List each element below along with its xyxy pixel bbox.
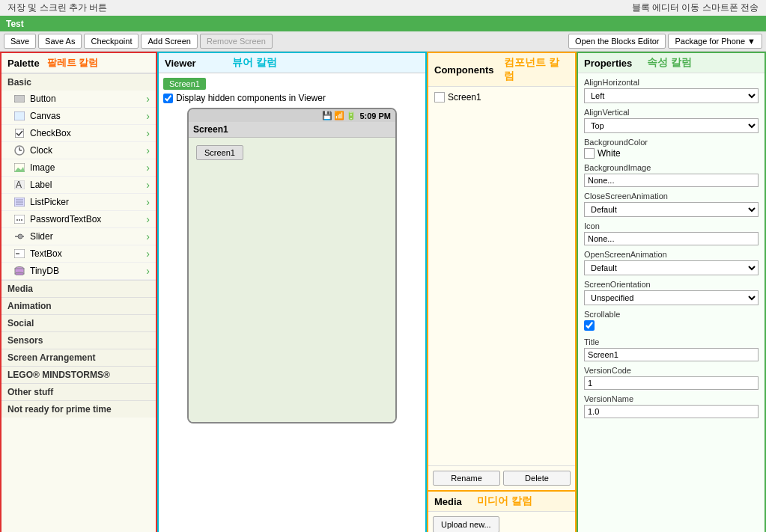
palette-item-arrow-listpicker: › [146, 196, 150, 208]
checkpoint-button[interactable]: Checkpoint [84, 34, 139, 49]
prop-version-name-input[interactable] [584, 405, 759, 418]
display-hidden-label: Display hidden components in Viewer [176, 93, 326, 103]
prop-align-vertical: AlignVertical Top Center Bottom [584, 108, 759, 133]
palette-category-other[interactable]: Other stuff [1, 383, 156, 400]
prop-background-color-value: White [598, 148, 621, 159]
palette-item-arrow-canvas: › [146, 110, 150, 122]
palette-item-passwordtextbox[interactable]: PasswordTextBox › [1, 211, 156, 228]
palette-item-label-checkbox: CheckBox [30, 128, 146, 138]
prop-open-screen-animation-select[interactable]: Default [584, 260, 759, 275]
prop-open-screen-animation: OpenScreenAnimation Default [584, 250, 759, 275]
prop-background-image-input[interactable] [584, 174, 759, 187]
palette-item-listpicker[interactable]: ListPicker › [1, 194, 156, 211]
app-title: Test [6, 19, 24, 29]
prop-close-screen-animation-select[interactable]: Default [584, 202, 759, 217]
prop-align-horizontal-select[interactable]: Left Center Right [584, 88, 759, 103]
tinydb-icon [13, 265, 25, 277]
palette-category-lego[interactable]: LEGO® MINDSTORMS® [1, 366, 156, 383]
svg-rect-0 [14, 95, 25, 103]
components-section-label: 컴포넌트 칼럼 [504, 56, 569, 83]
prop-background-image-label: BackgroundImage [584, 163, 759, 172]
palette-item-label-canvas: Canvas [30, 111, 146, 121]
prop-version-code-input[interactable] [584, 376, 759, 390]
palette-item-slider[interactable]: Slider › [1, 228, 156, 245]
prop-align-horizontal: AlignHorizontal Left Center Right [584, 78, 759, 103]
add-screen-button[interactable]: Add Screen [141, 34, 197, 49]
palette-category-animation[interactable]: Animation [1, 297, 156, 314]
palette-title: Palette [7, 58, 40, 69]
palette-category-social[interactable]: Social [1, 314, 156, 331]
display-hidden-checkbox[interactable] [163, 94, 173, 103]
prop-version-name-label: VersionName [584, 394, 759, 403]
svg-point-16 [19, 219, 20, 221]
svg-point-17 [21, 219, 22, 221]
prop-version-name: VersionName [584, 394, 759, 418]
prop-title-input[interactable] [584, 348, 759, 361]
signal-icon: 📶 [334, 111, 344, 120]
passwordtextbox-icon [13, 213, 25, 225]
remove-screen-button[interactable]: Remove Screen [200, 34, 273, 49]
svg-point-24 [15, 272, 24, 275]
palette-item-label[interactable]: A Label › [1, 177, 156, 194]
palette-item-image[interactable]: Image › [1, 159, 156, 177]
palette-item-label-listpicker: ListPicker [30, 197, 146, 207]
listpicker-icon [13, 196, 25, 208]
palette-item-checkbox[interactable]: CheckBox › [1, 125, 156, 142]
palette-category-notready[interactable]: Not ready for prime time [1, 400, 156, 418]
phone-screen-title: Screen1 [189, 122, 395, 138]
annotation-left: 저장 및 스크린 추가 버튼 [7, 1, 107, 14]
component-item-screen1[interactable]: Screen1 [431, 90, 572, 105]
media-title: Media [434, 496, 462, 507]
battery-icon: 🔋 [346, 111, 356, 120]
media-section: Media 미디어 칼럼 Upload new... [427, 492, 577, 532]
media-header: Media 미디어 칼럼 [428, 492, 575, 512]
svg-rect-2 [15, 129, 24, 138]
prop-align-vertical-select[interactable]: Top Center Bottom [584, 118, 759, 133]
media-body: Upload new... [428, 512, 575, 532]
prop-icon-input[interactable] [584, 232, 759, 245]
delete-button[interactable]: Delete [503, 471, 571, 486]
prop-background-color: BackgroundColor White [584, 138, 759, 159]
save-button[interactable]: Save [4, 34, 36, 49]
package-for-phone-button[interactable]: Package for Phone ▼ [668, 34, 762, 49]
palette-item-label-textbox: TextBox [30, 248, 146, 259]
palette-item-arrow-textbox: › [146, 248, 150, 260]
components-title: Components [434, 64, 493, 76]
palette-item-tinydb[interactable]: TinyDB › [1, 263, 156, 280]
prop-close-screen-animation-label: CloseScreenAnimation [584, 192, 759, 201]
prop-background-image: BackgroundImage [584, 163, 759, 187]
palette-category-media[interactable]: Media [1, 280, 156, 297]
save-icon: 💾 [322, 111, 332, 120]
phone-screen-button[interactable]: Screen1 [196, 145, 243, 160]
palette-item-canvas[interactable]: Canvas › [1, 108, 156, 125]
palette-item-label-slider: Slider [30, 231, 146, 242]
rename-button[interactable]: Rename [433, 471, 500, 486]
prop-background-color-row: White [584, 148, 759, 159]
properties-title: Properties [584, 58, 632, 69]
svg-point-15 [16, 219, 18, 221]
component-screen1-icon [434, 92, 445, 103]
palette-item-arrow-button: › [146, 93, 150, 105]
open-blocks-editor-button[interactable]: Open the Blocks Editor [568, 34, 666, 49]
upload-new-button[interactable]: Upload new... [433, 516, 499, 532]
palette-item-arrow-passwordtextbox: › [146, 213, 150, 225]
prop-scrollable: Scrollable [584, 310, 759, 333]
palette-category-basic: Basic [1, 73, 156, 91]
palette-item-label-clock: Clock [30, 145, 146, 156]
slider-icon [13, 230, 25, 242]
svg-rect-1 [14, 111, 25, 120]
media-section-label: 미디어 칼럼 [477, 495, 532, 508]
palette-item-clock[interactable]: Clock › [1, 142, 156, 159]
color-swatch-white[interactable] [584, 148, 595, 159]
svg-text:A: A [16, 180, 22, 189]
palette-item-button[interactable]: Button › [1, 91, 156, 108]
svg-point-19 [18, 234, 22, 239]
palette-item-arrow-slider: › [146, 230, 150, 242]
canvas-icon [13, 110, 25, 122]
prop-screen-orientation-select[interactable]: Unspecified Portrait Landscape [584, 290, 759, 305]
save-as-button[interactable]: Save As [38, 34, 82, 49]
palette-item-textbox[interactable]: TextBox › [1, 245, 156, 263]
palette-category-sensors[interactable]: Sensors [1, 331, 156, 349]
prop-scrollable-checkbox[interactable] [584, 320, 595, 331]
palette-category-screen-arrangement[interactable]: Screen Arrangement [1, 349, 156, 366]
